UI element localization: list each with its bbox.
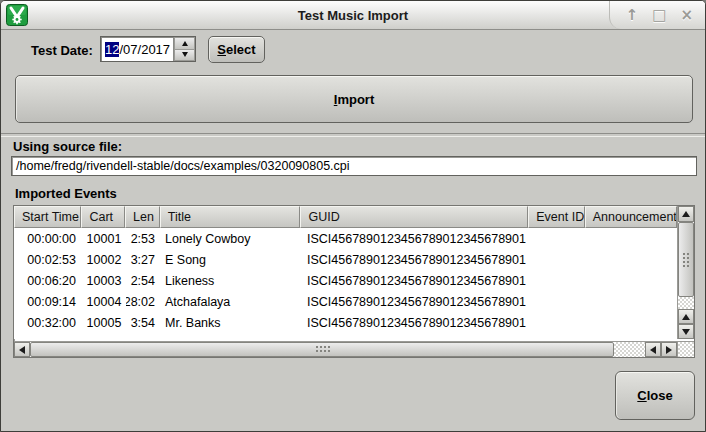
source-file-label: Using source file:	[13, 139, 122, 154]
cell-title: Lonely Cowboy	[161, 228, 303, 249]
separator-line	[1, 133, 706, 137]
cell-title: Atchafalaya	[161, 291, 303, 312]
cell-title: Mr. Banks	[161, 312, 303, 333]
cell-event-id	[533, 270, 590, 291]
table-row[interactable]: 00:00:00100012:53Lonely CowboyISCI456789…	[14, 228, 677, 249]
cell-start-time: 00:09:14	[14, 291, 82, 312]
titlebar: Test Music Import ↑ □ ×	[1, 1, 705, 30]
spin-down-icon	[182, 52, 188, 57]
shade-window-icon[interactable]: ↑	[626, 8, 639, 23]
cell-announcement	[590, 270, 677, 291]
cell-len: 3:27	[126, 249, 161, 270]
app-logo-icon[interactable]	[6, 4, 28, 26]
spin-up-icon	[182, 41, 188, 46]
column-header-announcement[interactable]: Announcement	[585, 206, 677, 228]
column-header-event-id[interactable]: Event ID	[528, 206, 585, 228]
table-row[interactable]: 00:02:53100023:27E SongISCI4567890123456…	[14, 249, 677, 270]
cell-event-id	[533, 291, 590, 312]
cell-event-id	[533, 333, 590, 339]
cell-guid: ISCI4567890123456789012345678901	[303, 270, 533, 291]
window-title: Test Music Import	[1, 8, 705, 23]
cell-announcement	[590, 228, 677, 249]
scroll-right-icon	[666, 346, 672, 354]
column-header-cart[interactable]: Cart	[81, 206, 125, 228]
cell-announcement	[590, 249, 677, 270]
cell-guid: ISCI4567890123456789012345678901	[303, 291, 533, 312]
cell-guid: ISCI4567890123456789012345678901	[303, 228, 533, 249]
cell-start-time: 00:02:53	[14, 249, 82, 270]
cell-announcement	[590, 291, 677, 312]
scroll-right-button[interactable]	[661, 342, 677, 357]
cell-guid: ISCI4567890123456789012345678901	[303, 312, 533, 333]
table-row[interactable]: 00:35:54100063:03The Gray and the GreenI…	[14, 333, 677, 339]
column-header-title[interactable]: Title	[160, 206, 301, 228]
scroll-left-button-right[interactable]	[645, 342, 661, 357]
cell-guid: ISCI4567890123456789012345678901	[303, 249, 533, 270]
imported-events-table: Start TimeCartLenTitleGUIDEvent IDAnnoun…	[13, 205, 695, 358]
thumb-grip	[682, 252, 691, 267]
cell-len: 3:03	[126, 333, 161, 339]
window-controls: ↑ □ ×	[609, 1, 705, 29]
cell-announcement	[590, 312, 677, 333]
test-date-rest-segment: /07/2017	[119, 42, 170, 57]
cell-len: 28:02	[126, 291, 161, 312]
cell-cart: 10005	[82, 312, 126, 333]
import-button[interactable]: Import	[15, 75, 693, 123]
table-row[interactable]: 00:09:141000428:02AtchafalayaISCI4567890…	[14, 291, 677, 312]
column-header-len[interactable]: Len	[125, 206, 160, 228]
imported-events-label: Imported Events	[15, 186, 117, 201]
cell-event-id	[533, 312, 590, 333]
cell-event-id	[533, 249, 590, 270]
cell-event-id	[533, 228, 590, 249]
cell-start-time: 00:35:54	[14, 333, 82, 339]
cell-cart: 10004	[82, 291, 126, 312]
cell-len: 3:54	[126, 312, 161, 333]
test-date-selected-segment: 12	[105, 42, 119, 57]
scroll-up-button-bottom[interactable]	[678, 309, 694, 324]
scroll-up-icon	[682, 211, 690, 217]
horizontal-scrollbar[interactable]	[14, 341, 677, 357]
cell-len: 2:53	[126, 228, 161, 249]
cell-len: 2:54	[126, 270, 161, 291]
test-date-spinbox[interactable]: 12 /07/2017	[100, 36, 196, 62]
maximize-window-icon[interactable]: □	[652, 8, 666, 23]
close-button[interactable]: Close	[615, 371, 695, 420]
test-date-spinner	[173, 37, 195, 61]
vertical-scrollbar[interactable]	[677, 206, 694, 339]
cell-guid: ISCI4567890123456789012345678901	[303, 333, 533, 339]
horizontal-scrollbar-thumb[interactable]	[30, 342, 614, 357]
app-window: Test Music Import ↑ □ × Test Date: 12 /0…	[0, 0, 706, 432]
cell-announcement	[590, 333, 677, 339]
scroll-down-button[interactable]	[678, 324, 694, 339]
vertical-scrollbar-thumb[interactable]	[678, 222, 694, 297]
horizontal-scrollbar-track[interactable]	[614, 342, 645, 357]
column-header-start-time[interactable]: Start Time	[14, 206, 81, 228]
column-header-guid[interactable]: GUID	[300, 206, 528, 228]
scroll-up-button[interactable]	[678, 206, 694, 222]
spin-down-button[interactable]	[174, 50, 195, 62]
scroll-left-icon	[650, 346, 656, 354]
cell-start-time: 00:06:20	[14, 270, 82, 291]
scroll-left-button[interactable]	[14, 342, 30, 357]
test-date-label: Test Date:	[31, 43, 93, 58]
table-row[interactable]: 00:32:00100053:54Mr. BanksISCI4567890123…	[14, 312, 677, 333]
cell-title: Likeness	[161, 270, 303, 291]
source-file-input[interactable]: /home/fredg/rivendell-stable/docs/exampl…	[11, 156, 697, 176]
spin-up-button[interactable]	[174, 37, 195, 50]
table-body: 00:00:00100012:53Lonely CowboyISCI456789…	[14, 228, 677, 339]
cell-cart: 10006	[82, 333, 126, 339]
scroll-down-icon	[682, 329, 690, 335]
vertical-scrollbar-track[interactable]	[678, 297, 694, 309]
scrollbar-corner	[677, 341, 694, 357]
scroll-left-icon	[19, 346, 25, 354]
table-header-row: Start TimeCartLenTitleGUIDEvent IDAnnoun…	[14, 206, 677, 228]
close-window-icon[interactable]: ×	[680, 8, 693, 23]
test-date-value[interactable]: 12 /07/2017	[101, 37, 173, 61]
cell-title: The Gray and the Green	[161, 333, 303, 339]
cell-cart: 10002	[82, 249, 126, 270]
select-button[interactable]: Select	[208, 36, 265, 63]
table-row[interactable]: 00:06:20100032:54LikenessISCI45678901234…	[14, 270, 677, 291]
cell-cart: 10001	[82, 228, 126, 249]
cell-start-time: 00:00:00	[14, 228, 82, 249]
cell-start-time: 00:32:00	[14, 312, 82, 333]
